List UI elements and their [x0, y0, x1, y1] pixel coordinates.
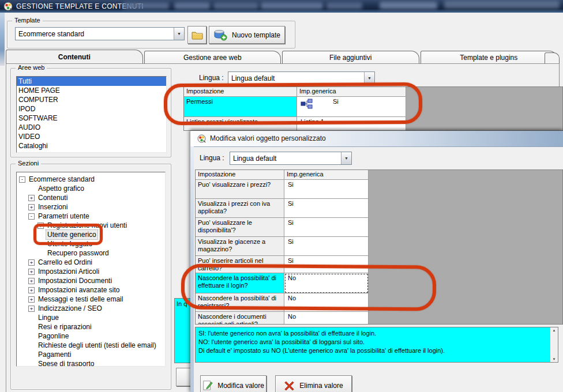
tree-item[interactable]: Spese di trasporto	[17, 359, 165, 367]
setting-value-text: Si	[288, 181, 294, 188]
scroll-down-icon[interactable]: ▼	[553, 357, 556, 361]
list-item[interactable]: IPOD	[17, 104, 166, 114]
list-item[interactable]: Tutti	[17, 77, 166, 86]
new-template-button[interactable]: Nuovo template	[209, 26, 285, 44]
dialog-table-header: Impostazione Imp.generica	[196, 170, 562, 180]
description-scrollbar[interactable]: ▲ ▼	[550, 327, 558, 362]
setting-value-cell[interactable]: Si	[284, 218, 369, 237]
tree-expander-icon[interactable]: +	[28, 259, 35, 266]
tab[interactable]: Template e plugins	[421, 51, 558, 64]
tree-expander-icon[interactable]: +	[28, 195, 35, 201]
tree-item[interactable]: + Carrello ed Ordini	[17, 258, 165, 267]
tree-expander-icon[interactable]: -	[28, 213, 35, 220]
tree-expander-icon[interactable]: +	[28, 278, 35, 284]
tree-item-label[interactable]: Pagonline	[37, 331, 70, 341]
tree-item-label[interactable]: Parametri utente	[37, 212, 91, 221]
tree-expander-icon[interactable]: +	[28, 287, 35, 293]
tree-item[interactable]: + Impostazioni avanzate sito	[17, 285, 165, 295]
list-item[interactable]: COMPUTER	[17, 95, 166, 104]
tab-label: File aggiuntivi	[329, 54, 371, 62]
tree-item-label[interactable]: Messaggi e testi delle email	[37, 295, 124, 304]
column-header[interactable]: Imp.generica	[284, 170, 369, 180]
list-item[interactable]: VIDEO	[17, 132, 166, 141]
tree-item[interactable]: Recupero password	[17, 248, 165, 258]
window-left-edge	[0, 13, 5, 66]
open-folder-button[interactable]	[187, 26, 207, 44]
tree-item[interactable]: - Ecommerce standard	[17, 175, 165, 184]
table-row[interactable]: Puo' visualizzare i prezzi? Si	[196, 180, 562, 199]
folder-icon	[192, 31, 203, 40]
setting-value-cell[interactable]: No	[284, 312, 369, 325]
tree-item-label[interactable]: Resi e riparazioni	[37, 322, 93, 331]
tree-item-label[interactable]: Impostazioni avanzate sito	[37, 285, 121, 295]
tree-item[interactable]: + Impostazioni Documenti	[17, 276, 165, 285]
setting-name-cell[interactable]: Visualizza i prezzi con iva applicata?	[196, 199, 284, 218]
tab-label: Contenuti	[58, 53, 91, 61]
tree-item[interactable]: + Messaggi e testi delle email	[17, 295, 165, 304]
chevron-down-icon[interactable]: ▼	[341, 152, 351, 164]
tree-item-label[interactable]: Ecommerce standard	[28, 175, 96, 184]
tree-item[interactable]: + Inserzioni	[17, 202, 165, 212]
setting-value-cell[interactable]: Si	[284, 180, 369, 199]
tab[interactable]: Gestione aree web	[144, 51, 282, 64]
table-row[interactable]: Nascondere i documenti associati agli ar…	[196, 312, 562, 325]
tree-item[interactable]: Aspetto grafico	[17, 184, 165, 193]
list-item[interactable]: SOFTWARE	[17, 114, 166, 123]
tree-expander-icon[interactable]: -	[19, 176, 25, 183]
app-window: GESTIONE TEMPLATE E CONTENUTI Template E…	[0, 0, 563, 392]
tree-item-label[interactable]: Contenuti	[37, 193, 69, 202]
tree-item-label[interactable]: Impostazioni Articoli	[37, 267, 100, 276]
dialog-lingua-combobox[interactable]: Lingua default ▼	[230, 152, 352, 165]
setting-value-cell[interactable]: Si	[284, 237, 369, 256]
list-item[interactable]: HOME PAGE	[17, 86, 166, 95]
aree-web-listbox[interactable]: Tutti HOME PAGE COMPUTER IPOD SOFTWARE A…	[16, 76, 167, 153]
list-item[interactable]: Cataloghi	[17, 141, 166, 150]
setting-name-cell[interactable]: Visualizza le giacenze a magazzino?	[196, 237, 284, 256]
tree-expander-icon[interactable]: +	[28, 269, 35, 275]
redacted-menu-text	[261, 2, 323, 9]
table-row[interactable]: Puo' visualizzare le disponibilita'? Si	[196, 218, 562, 237]
tree-item[interactable]: Resi e riparazioni	[17, 322, 165, 331]
description-line: Di default e' impostato su NO (L'utente …	[198, 346, 547, 355]
setting-name-cell[interactable]: Nascondere i documenti associati agli ar…	[196, 312, 284, 325]
tree-item-label[interactable]: Lingue	[37, 313, 60, 322]
table-row[interactable]: Visualizza le giacenze a magazzino? Si	[196, 237, 562, 256]
tab[interactable]: File aggiuntivi	[282, 51, 419, 64]
tree-item[interactable]: + Contenuti	[17, 193, 165, 202]
chevron-down-icon[interactable]: ▼	[174, 28, 184, 40]
tree-item-label[interactable]: Aspetto grafico	[37, 184, 85, 193]
tree-item[interactable]: + Indicizzazione / SEO	[17, 304, 165, 313]
tree-expander-icon[interactable]: +	[28, 296, 35, 303]
tree-expander-icon[interactable]: +	[28, 204, 35, 210]
app-icon	[3, 2, 13, 11]
column-header[interactable]: Impostazione	[196, 170, 284, 180]
scroll-up-icon[interactable]: ▲	[553, 329, 556, 332]
tree-item-label[interactable]: Impostazioni Documenti	[37, 276, 113, 285]
tree-item-label[interactable]: Richieste degli utenti (testi delle emai…	[37, 341, 157, 350]
table-row[interactable]: Visualizza i prezzi con iva applicata? S…	[196, 199, 562, 218]
new-template-icon	[213, 29, 227, 41]
setting-description-text: SI: l'utente generico non avra' la possi…	[196, 327, 550, 362]
tree-item-label[interactable]: Recupero password	[46, 248, 110, 258]
tree-item[interactable]: - Parametri utente	[17, 212, 165, 221]
tree-expander-icon[interactable]: +	[28, 306, 35, 312]
tree-item-label[interactable]: Indicizzazione / SEO	[37, 304, 103, 313]
setting-name-cell[interactable]: Puo' visualizzare le disponibilita'?	[196, 218, 284, 237]
template-combobox[interactable]: Ecommerce standard ▼	[15, 27, 185, 40]
tab[interactable]: Contenuti	[6, 50, 143, 64]
list-item[interactable]: AUDIO	[17, 123, 166, 132]
setting-value-cell[interactable]: Si	[284, 199, 369, 218]
elimina-valore-button[interactable]: Elimina valore	[275, 375, 352, 392]
setting-name-cell[interactable]: Puo' visualizzare i prezzi?	[196, 180, 284, 199]
tree-item[interactable]: Richieste degli utenti (testi delle emai…	[17, 341, 165, 350]
tree-item-label[interactable]: Pagamenti	[37, 350, 72, 359]
tree-item-label[interactable]: Spese di trasporto	[37, 359, 95, 367]
tree-item[interactable]: Pagamenti	[17, 350, 165, 359]
tree-item-label[interactable]: Carrello ed Ordini	[37, 258, 93, 267]
modifica-valore-button[interactable]: Modifica valore	[200, 375, 267, 392]
tree-item[interactable]: Lingue	[17, 313, 165, 322]
tree-item[interactable]: + Impostazioni Articoli	[17, 267, 165, 276]
tree-item-label[interactable]: Inserzioni	[37, 202, 69, 212]
sezioni-treeview[interactable]: - Ecommerce standard Aspetto grafico + C…	[16, 172, 166, 367]
tree-item[interactable]: Pagonline	[17, 331, 165, 341]
